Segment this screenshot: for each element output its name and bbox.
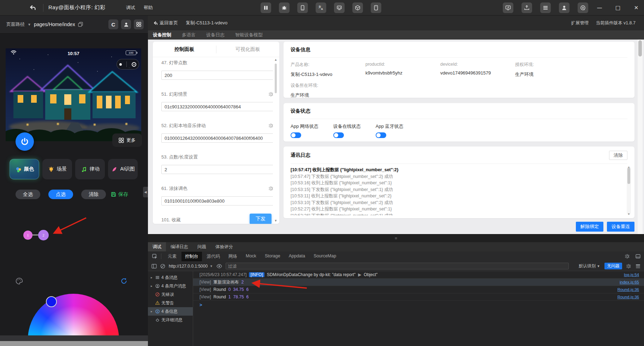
- devtools-tab-控制台[interactable]: 控制台: [181, 252, 202, 261]
- expander-icon[interactable]: ▸: [151, 284, 154, 288]
- expander-icon[interactable]: ▸: [151, 276, 154, 279]
- reconnect-button[interactable]: 设备重连: [607, 222, 634, 232]
- scroll-thumb[interactable]: [275, 64, 277, 93]
- collapse-panel-handle[interactable]: ◀: [143, 187, 148, 197]
- field-settings-icon[interactable]: [269, 123, 273, 128]
- device-tab-1[interactable]: 设备控制: [153, 32, 171, 38]
- inspect-icon[interactable]: [152, 254, 157, 259]
- color-wheel-selector[interactable]: [46, 296, 57, 307]
- panels-icon[interactable]: [261, 2, 271, 13]
- devtools-settings-icon[interactable]: [625, 254, 630, 259]
- comm-log-scrollbar[interactable]: ▲ ▼: [627, 166, 631, 215]
- screen-share-icon[interactable]: [503, 2, 513, 13]
- scroll-up-icon[interactable]: ▲: [274, 58, 278, 61]
- console-settings-icon[interactable]: [626, 264, 631, 269]
- devtools-tab-mock[interactable]: Mock: [242, 252, 260, 261]
- account-icon[interactable]: [121, 19, 131, 29]
- unbind-button[interactable]: 解除绑定: [576, 222, 603, 232]
- list-icon[interactable]: [540, 2, 551, 13]
- console-message[interactable]: [View]Round178.756Round.js:36: [193, 293, 644, 301]
- console-prompt[interactable]: >: [193, 301, 644, 309]
- clear-console-icon[interactable]: [160, 264, 165, 269]
- node-dot[interactable]: 1: [23, 231, 32, 240]
- console-filter-warn[interactable]: 无警告: [148, 299, 193, 307]
- console-message[interactable]: [View]Round034.756Round.js:36: [193, 286, 644, 293]
- machine-icon[interactable]: [334, 2, 345, 13]
- splitter-handle[interactable]: =: [148, 234, 644, 242]
- expander-icon[interactable]: ▸: [151, 310, 154, 313]
- source-link[interactable]: Round.js:36: [618, 287, 639, 292]
- console-message[interactable]: [2025/6/23 10:57:47.247][INFO]SDM#onDpDa…: [193, 271, 644, 279]
- support-icon[interactable]: [578, 2, 588, 13]
- devtools-tab-appdata[interactable]: Appdata: [285, 252, 309, 261]
- apps-grid-icon[interactable]: [134, 19, 144, 29]
- cube-icon[interactable]: [352, 2, 363, 13]
- console-filter-error[interactable]: 无错误: [148, 290, 193, 299]
- device-tab-3[interactable]: 设备日志: [206, 32, 225, 38]
- reset-icon[interactable]: [120, 278, 127, 285]
- devtools-tab-源代码[interactable]: 源代码: [203, 252, 224, 261]
- page-path-value[interactable]: pages/Home/index: [34, 22, 75, 27]
- maximize-button[interactable]: □: [613, 5, 622, 11]
- console-tab-1[interactable]: 调试: [148, 242, 166, 251]
- console-drawer-icon[interactable]: [636, 264, 640, 268]
- field-input[interactable]: [161, 165, 273, 174]
- log-level-select[interactable]: 默认级别 ▼: [579, 263, 600, 269]
- toggle-switch[interactable]: [376, 132, 386, 138]
- console-filter-verbose[interactable]: 无详细消息: [148, 316, 193, 324]
- devtools-tab-sourcemap[interactable]: SourceMap: [310, 252, 340, 261]
- toggle-switch[interactable]: [333, 132, 344, 138]
- main-scrollbar[interactable]: [638, 40, 643, 234]
- back-home-link[interactable]: 返回首页: [153, 20, 178, 26]
- console-filter-user[interactable]: ▸4 条用户消息: [148, 282, 193, 290]
- no-issues-badge[interactable]: 无问题: [604, 263, 622, 269]
- control-scrollbar[interactable]: ▲ ▼: [274, 58, 278, 222]
- device-tab-2[interactable]: 多语言: [182, 32, 196, 38]
- select-button-2[interactable]: 点选: [48, 190, 73, 199]
- tab-visual-panel[interactable]: 可视化面板: [216, 46, 280, 53]
- devtools-tab-storage[interactable]: Storage: [261, 252, 284, 261]
- console-tab-2[interactable]: 编译日志: [166, 242, 193, 251]
- select-button-1[interactable]: 全选: [16, 190, 40, 199]
- chevron-down-icon[interactable]: ▼: [28, 23, 31, 26]
- power-button[interactable]: [16, 132, 34, 151]
- field-input[interactable]: [161, 196, 273, 205]
- select-button-3[interactable]: 清除: [81, 190, 106, 199]
- compile-icon[interactable]: C: [108, 19, 118, 29]
- copy-icon[interactable]: [78, 22, 83, 27]
- console-filter-list[interactable]: ▸4 条消息: [148, 273, 193, 282]
- console-tab-4[interactable]: 体验评分: [211, 242, 238, 251]
- palette-icon[interactable]: [16, 278, 23, 285]
- field-input[interactable]: [161, 71, 273, 80]
- category-button-2[interactable]: 场景: [42, 159, 72, 179]
- field-input[interactable]: [161, 102, 273, 111]
- close-button[interactable]: ✕: [632, 5, 641, 11]
- devtools-panel-icon[interactable]: [636, 254, 640, 259]
- console-filter-info[interactable]: ▸4 条信息: [148, 307, 193, 316]
- menu-help[interactable]: 帮助: [144, 5, 153, 11]
- console-message[interactable]: [View]重新渲染画布2index.js:65: [193, 279, 644, 286]
- context-select[interactable]: http://127.0.0.1:5000 ▼: [169, 264, 213, 269]
- devtools-tab-元素[interactable]: 元素: [164, 252, 180, 261]
- bug-icon[interactable]: [279, 2, 290, 13]
- sidebar-toggle-icon[interactable]: [151, 264, 157, 269]
- category-button-3[interactable]: 律动: [75, 159, 105, 179]
- category-button-4[interactable]: AI识图: [108, 159, 138, 179]
- more-capsule-icon[interactable]: [119, 63, 122, 66]
- field-input[interactable]: [161, 133, 273, 143]
- device-tab-4[interactable]: 智能设备模型: [235, 32, 263, 38]
- tab-control-panel[interactable]: 控制面板: [153, 46, 216, 53]
- close-capsule-icon[interactable]: [132, 62, 136, 67]
- send-button[interactable]: 下发: [250, 214, 272, 224]
- field-settings-icon[interactable]: [269, 92, 273, 97]
- filter-input[interactable]: [226, 263, 569, 269]
- devtools-tab-网络[interactable]: 网络: [225, 252, 241, 261]
- simulator-scrollbar[interactable]: [0, 341, 148, 346]
- node-dot[interactable]: 2: [38, 230, 49, 240]
- console-tab-3[interactable]: 问题: [193, 242, 211, 251]
- back-icon[interactable]: [28, 2, 38, 13]
- save-button[interactable]: 保存: [111, 190, 128, 199]
- upload-icon[interactable]: [521, 2, 532, 13]
- more-button[interactable]: 更多: [112, 133, 142, 147]
- clear-log-button[interactable]: 清除: [609, 151, 627, 160]
